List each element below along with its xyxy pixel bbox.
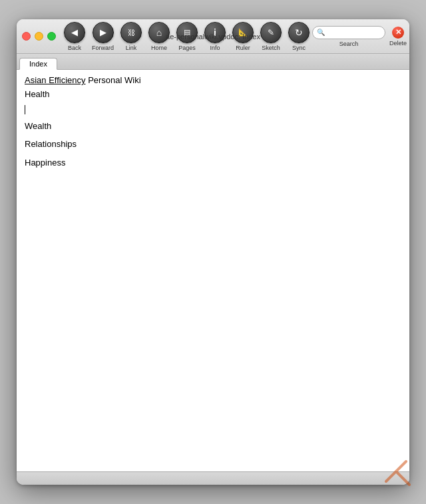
search-icon: 🔍: [317, 29, 325, 36]
search-bar: 🔍 Search: [312, 26, 385, 47]
delete-button[interactable]: ✕ Delete: [389, 27, 407, 47]
delete-label: Delete: [389, 40, 407, 47]
cursor-indicator: [25, 105, 401, 114]
sketch-button[interactable]: ✎ Sketch: [258, 21, 284, 53]
toolbar-right: 🔍 Search ✕ Delete: [312, 26, 407, 47]
forward-icon: ▶: [93, 22, 114, 43]
search-input[interactable]: [327, 29, 380, 37]
info-label: Info: [210, 45, 220, 51]
tab-index[interactable]: Index: [19, 58, 57, 70]
minimize-button[interactable]: [35, 32, 43, 41]
health-item: Health: [25, 88, 401, 101]
tab-bar: Index: [17, 54, 409, 70]
svg-line-1: [396, 471, 409, 485]
pages-label: Pages: [178, 45, 196, 51]
close-button[interactable]: [22, 32, 31, 41]
search-label: Search: [339, 41, 359, 47]
home-label: Home: [151, 45, 167, 51]
sync-icon: ↻: [288, 22, 310, 43]
window-title: ae-personalwiki.vpdoc: Index: [166, 33, 260, 41]
search-input-wrap[interactable]: 🔍: [312, 26, 385, 39]
link-button[interactable]: ⛓ Link: [118, 21, 144, 53]
sync-label: Sync: [292, 45, 306, 51]
asian-efficiency-link[interactable]: Asian Efficiency: [25, 75, 86, 85]
ruler-label: Ruler: [236, 45, 250, 51]
sync-button[interactable]: ↻ Sync: [286, 21, 312, 53]
back-button[interactable]: ◀ Back: [61, 21, 88, 53]
main-window: ◀ Back ▶ Forward ⛓ Link ⌂ Home ▤ Pages i…: [17, 19, 409, 485]
title-rest: Personal Wiki: [86, 75, 141, 85]
content-title: Asian Efficiency Personal Wiki: [25, 75, 401, 85]
traffic-lights: [22, 32, 56, 41]
sketch-label: Sketch: [262, 45, 280, 51]
wealth-item: Wealth: [25, 120, 401, 133]
relationships-item: Relationships: [25, 138, 401, 151]
forward-button[interactable]: ▶ Forward: [89, 21, 116, 53]
link-icon: ⛓: [120, 22, 142, 43]
back-label: Back: [68, 45, 81, 51]
back-icon: ◀: [64, 22, 85, 43]
maximize-button[interactable]: [47, 32, 56, 41]
content-area: Asian Efficiency Personal Wiki Health We…: [17, 70, 409, 471]
delete-icon: ✕: [392, 27, 404, 39]
status-bar: [17, 471, 409, 485]
watermark: [379, 455, 413, 491]
sketch-icon: ✎: [260, 22, 282, 43]
title-bar: ◀ Back ▶ Forward ⛓ Link ⌂ Home ▤ Pages i…: [17, 19, 409, 54]
happiness-item: Happiness: [25, 156, 401, 170]
forward-label: Forward: [92, 45, 114, 51]
link-label: Link: [126, 45, 137, 51]
